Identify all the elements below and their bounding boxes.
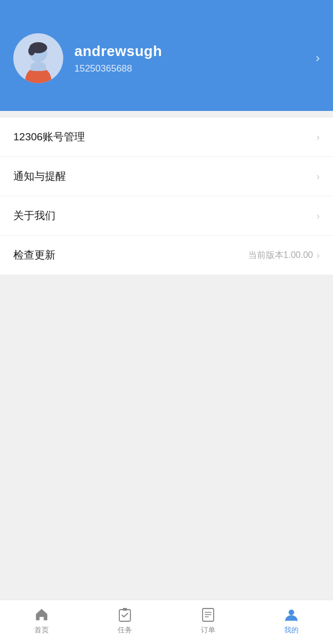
menu-chevron-icon: › [316, 171, 320, 182]
menu-item-about[interactable]: 关于我们 › [0, 196, 333, 236]
update-version-text: 当前版本1.00.00 [248, 250, 313, 261]
menu-item-account[interactable]: 12306账号管理 › [0, 118, 333, 157]
menu-item-about-right: › [316, 210, 320, 222]
menu-item-update-right: 当前版本1.00.00 › [248, 250, 320, 261]
nav-label-order: 订单 [201, 625, 215, 635]
username: andrewsugh [74, 43, 162, 60]
menu-section: 12306账号管理 › 通知与提醒 › 关于我们 › 检查更新 当前版本1.00… [0, 118, 333, 275]
menu-item-about-label: 关于我们 [13, 209, 56, 223]
menu-item-update[interactable]: 检查更新 当前版本1.00.00 › [0, 236, 333, 275]
svg-point-9 [289, 610, 294, 615]
profile-header[interactable]: andrewsugh 15250365688 › [0, 0, 333, 111]
menu-item-notification-label: 通知与提醒 [13, 169, 66, 184]
nav-label-profile: 我的 [284, 625, 299, 635]
bottom-navigation: 首页 任务 订单 [0, 600, 333, 644]
menu-item-account-label: 12306账号管理 [13, 130, 85, 144]
menu-chevron-icon: › [316, 131, 320, 143]
menu-chevron-icon: › [316, 210, 320, 222]
order-icon [200, 607, 216, 622]
content-area [0, 275, 333, 600]
profile-text: andrewsugh 15250365688 [74, 43, 162, 74]
menu-item-notification[interactable]: 通知与提醒 › [0, 157, 333, 196]
avatar [13, 33, 63, 83]
menu-chevron-icon: › [316, 250, 320, 261]
nav-label-task: 任务 [118, 625, 132, 635]
svg-point-2 [28, 47, 35, 55]
home-icon [34, 607, 49, 622]
menu-item-account-right: › [316, 131, 320, 143]
task-icon [117, 607, 133, 622]
menu-item-notification-right: › [316, 171, 320, 182]
nav-item-order[interactable]: 订单 [167, 607, 250, 635]
profile-icon [284, 607, 299, 622]
nav-label-home: 首页 [34, 625, 49, 635]
nav-item-profile[interactable]: 我的 [250, 607, 333, 635]
svg-rect-4 [123, 608, 127, 611]
nav-item-home[interactable]: 首页 [0, 607, 83, 635]
profile-info-group: andrewsugh 15250365688 [13, 33, 162, 83]
menu-item-update-label: 检查更新 [13, 248, 56, 262]
phone-number: 15250365688 [74, 63, 162, 74]
profile-chevron-icon: › [316, 51, 320, 65]
nav-item-task[interactable]: 任务 [83, 607, 167, 635]
